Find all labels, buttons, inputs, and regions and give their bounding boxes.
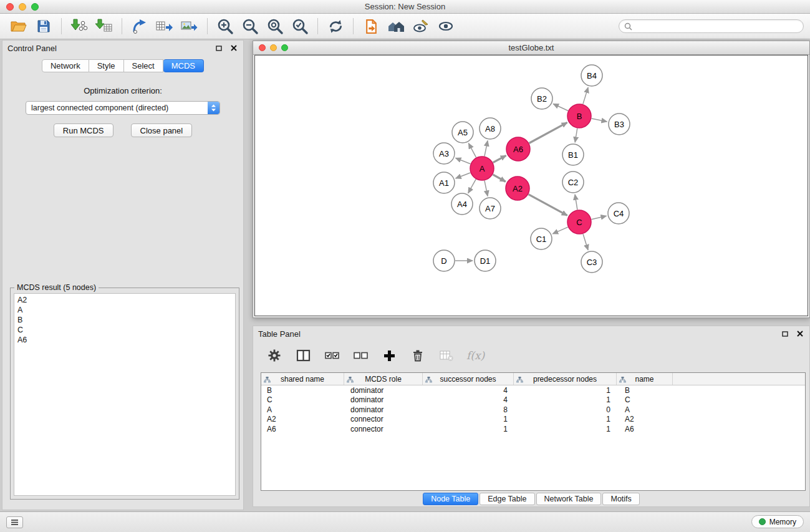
- split-panel-button[interactable]: [294, 347, 312, 364]
- column-header-predecessor-nodes[interactable]: predecessor nodes: [514, 373, 617, 385]
- import-network-button[interactable]: [67, 16, 92, 37]
- tab-style[interactable]: Style: [89, 59, 124, 72]
- export-table-button[interactable]: [152, 16, 177, 37]
- table-row[interactable]: Bdominator41B: [261, 385, 805, 395]
- select-all-button[interactable]: [323, 347, 340, 364]
- network-graph[interactable]: B4B2BB3A5A8A6B1A3AC2A1A2A4A7C4C1CC3DD1: [255, 56, 809, 316]
- search-box[interactable]: [619, 19, 804, 33]
- node-C2[interactable]: C2: [562, 172, 584, 193]
- memory-button[interactable]: Memory: [751, 515, 804, 528]
- minimize-window-button[interactable]: [19, 3, 26, 11]
- network-canvas[interactable]: B4B2BB3A5A8A6B1A3AC2A1A2A4A7C4C1CC3DD1: [254, 55, 808, 316]
- tab-edge-table[interactable]: Edge Table: [480, 493, 534, 505]
- edge-A-A1[interactable]: [456, 173, 471, 178]
- edge-A-A7[interactable]: [485, 181, 488, 196]
- node-C3[interactable]: C3: [581, 251, 602, 273]
- document-export-button[interactable]: [359, 16, 383, 37]
- home-browser-button[interactable]: [383, 16, 408, 37]
- edge-A-A3[interactable]: [456, 158, 471, 163]
- close-window-button[interactable]: [6, 3, 14, 11]
- edge-A-A2[interactable]: [493, 175, 505, 181]
- node-B2[interactable]: B2: [531, 88, 552, 109]
- task-history-button[interactable]: [6, 516, 23, 528]
- close-view-button[interactable]: [259, 44, 266, 51]
- deselect-all-button[interactable]: [352, 347, 369, 364]
- table-row[interactable]: Adominator80A: [261, 405, 805, 415]
- mcds-result-item[interactable]: C: [17, 325, 232, 335]
- zoom-window-button[interactable]: [31, 3, 39, 11]
- edge-A-A6[interactable]: [493, 155, 506, 162]
- export-image-button[interactable]: [177, 16, 202, 37]
- edge-A-A8[interactable]: [485, 141, 488, 157]
- node-A4[interactable]: A4: [451, 193, 473, 215]
- edge-A-A5[interactable]: [468, 143, 476, 158]
- node-C1[interactable]: C1: [531, 228, 552, 249]
- run-mcds-button[interactable]: Run MCDS: [54, 123, 113, 137]
- tab-select[interactable]: Select: [124, 59, 163, 72]
- node-A8[interactable]: A8: [480, 118, 501, 139]
- node-A2[interactable]: A2: [506, 177, 529, 200]
- edge-C-C3[interactable]: [583, 234, 588, 250]
- search-input[interactable]: [635, 22, 798, 31]
- node-A[interactable]: A: [470, 157, 494, 180]
- tab-mcds[interactable]: MCDS: [163, 59, 204, 72]
- table-settings-button[interactable]: [266, 347, 283, 364]
- save-session-button[interactable]: [31, 16, 56, 37]
- refresh-layout-button[interactable]: [323, 16, 348, 37]
- export-network-button[interactable]: [127, 16, 152, 37]
- tab-network[interactable]: Network: [42, 59, 89, 72]
- column-header-successor-nodes[interactable]: successor nodes: [423, 373, 514, 385]
- edge-C-C2[interactable]: [575, 195, 577, 210]
- edge-C-C1[interactable]: [552, 227, 567, 234]
- node-D1[interactable]: D1: [475, 250, 496, 271]
- node-B[interactable]: B: [567, 104, 591, 128]
- mcds-result-item[interactable]: A2: [17, 295, 232, 305]
- table-row[interactable]: A2connector11A2: [261, 415, 805, 425]
- close-panel-icon[interactable]: [229, 44, 238, 52]
- mcds-result-item[interactable]: A6: [17, 335, 232, 345]
- float-table-panel-icon[interactable]: [781, 329, 789, 338]
- edge-A2-C[interactable]: [529, 195, 567, 216]
- annotation-toggle-button[interactable]: [408, 16, 433, 37]
- edge-B-B2[interactable]: [553, 104, 568, 110]
- table-row[interactable]: Cdominator41C: [261, 395, 805, 405]
- node-C[interactable]: C: [567, 210, 591, 234]
- function-builder-button[interactable]: f(x): [466, 347, 485, 364]
- node-C4[interactable]: C4: [608, 203, 629, 224]
- node-B3[interactable]: B3: [609, 114, 630, 135]
- optimization-criterion-select[interactable]: largest connected component (directed): [26, 101, 220, 115]
- node-B4[interactable]: B4: [581, 65, 602, 86]
- delete-table-button[interactable]: [438, 347, 455, 364]
- edge-C-C4[interactable]: [592, 216, 607, 219]
- node-A3[interactable]: A3: [433, 143, 455, 164]
- show-graphics-button[interactable]: [433, 16, 458, 37]
- node-A1[interactable]: A1: [433, 172, 455, 193]
- node-A5[interactable]: A5: [452, 122, 473, 143]
- edge-B-B4[interactable]: [583, 87, 588, 104]
- node-D[interactable]: D: [433, 250, 455, 271]
- zoom-out-button[interactable]: [238, 16, 263, 37]
- zoom-view-button[interactable]: [281, 44, 288, 51]
- zoom-in-button[interactable]: [213, 16, 238, 37]
- mcds-result-item[interactable]: A: [17, 305, 232, 315]
- tab-network-table[interactable]: Network Table: [536, 493, 602, 505]
- edge-A6-B[interactable]: [529, 122, 567, 143]
- open-session-button[interactable]: [6, 16, 31, 37]
- close-table-panel-icon[interactable]: [796, 329, 804, 338]
- add-row-button[interactable]: [380, 347, 398, 364]
- column-header-shared-name[interactable]: shared name: [261, 373, 344, 385]
- column-header-name[interactable]: name: [617, 373, 673, 385]
- edge-B-B1[interactable]: [575, 128, 577, 143]
- edge-B-B3[interactable]: [592, 118, 607, 122]
- node-B1[interactable]: B1: [562, 144, 584, 165]
- close-panel-button[interactable]: Close panel: [131, 123, 193, 137]
- table-row[interactable]: A6connector11A6: [261, 424, 805, 434]
- mcds-result-item[interactable]: B: [17, 315, 232, 325]
- node-A6[interactable]: A6: [506, 137, 530, 161]
- edge-A-A4[interactable]: [468, 179, 476, 193]
- import-table-button[interactable]: [92, 16, 117, 37]
- zoom-selected-button[interactable]: [287, 16, 312, 37]
- node-A7[interactable]: A7: [480, 198, 501, 219]
- tab-node-table[interactable]: Node Table: [423, 493, 478, 505]
- column-header-mcds-role[interactable]: MCDS role: [344, 373, 423, 385]
